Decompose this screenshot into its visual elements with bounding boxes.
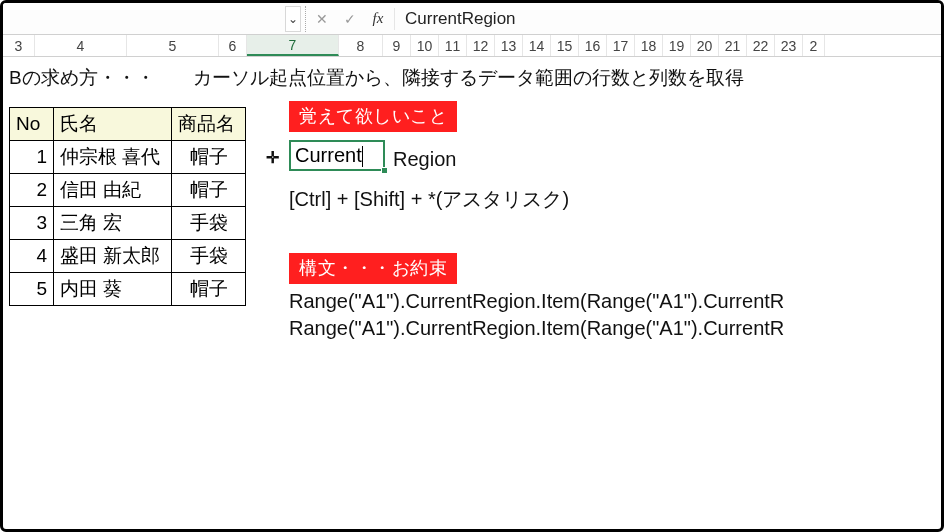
cell-no[interactable]: 1 <box>10 141 54 174</box>
header-no[interactable]: No <box>10 108 54 141</box>
active-cell[interactable]: Current <box>289 140 385 171</box>
cell-cursor-icon: ✛ <box>266 148 279 167</box>
section-label-syntax: 構文・・・お約束 <box>289 253 457 284</box>
column-header[interactable]: 17 <box>607 35 635 56</box>
table-row[interactable]: 1仲宗根 喜代帽子 <box>10 141 246 174</box>
confirm-icon[interactable]: ✓ <box>338 6 362 32</box>
section-label-remember: 覚えて欲しいこと <box>289 101 457 132</box>
column-header[interactable]: 10 <box>411 35 439 56</box>
column-header[interactable]: 21 <box>719 35 747 56</box>
divider <box>305 6 306 32</box>
column-header[interactable]: 9 <box>383 35 411 56</box>
table-header-row: No 氏名 商品名 <box>10 108 246 141</box>
column-header[interactable]: 14 <box>523 35 551 56</box>
divider <box>394 8 395 30</box>
data-table: No 氏名 商品名 1仲宗根 喜代帽子2信田 由紀帽子3三角 宏手袋4盛田 新太… <box>9 107 246 306</box>
cell-name[interactable]: 内田 葵 <box>54 273 172 306</box>
column-header[interactable]: 20 <box>691 35 719 56</box>
formula-input[interactable] <box>399 6 937 32</box>
column-headers[interactable]: 345678910111213141516171819202122232 <box>3 35 941 57</box>
column-header[interactable]: 23 <box>775 35 803 56</box>
fill-handle[interactable] <box>381 167 388 174</box>
column-header[interactable]: 22 <box>747 35 775 56</box>
column-header[interactable]: 4 <box>35 35 127 56</box>
table-row[interactable]: 2信田 由紀帽子 <box>10 174 246 207</box>
column-header[interactable]: 18 <box>635 35 663 56</box>
header-product[interactable]: 商品名 <box>172 108 246 141</box>
active-cell-text-right: Region <box>393 148 456 171</box>
formula-bar: ⌄ ✕ ✓ fx <box>3 3 941 35</box>
text-cursor <box>362 146 363 167</box>
cell-name[interactable]: 仲宗根 喜代 <box>54 141 172 174</box>
cell-product[interactable]: 手袋 <box>172 240 246 273</box>
namebox-dropdown[interactable]: ⌄ <box>285 6 301 32</box>
sheet-area[interactable]: Bの求め方・・・ カーソル起点位置から、隣接するデータ範囲の行数と列数を取得 N… <box>3 57 941 306</box>
cell-no[interactable]: 5 <box>10 273 54 306</box>
cell-name[interactable]: 信田 由紀 <box>54 174 172 207</box>
column-header[interactable]: 5 <box>127 35 219 56</box>
cell-product[interactable]: 手袋 <box>172 207 246 240</box>
cell-no[interactable]: 4 <box>10 240 54 273</box>
column-header[interactable]: 7 <box>247 35 339 56</box>
fx-icon[interactable]: fx <box>366 6 390 32</box>
cell-name[interactable]: 三角 宏 <box>54 207 172 240</box>
column-header[interactable]: 19 <box>663 35 691 56</box>
keyboard-shortcut: [Ctrl] + [Shift] + *(アスタリスク) <box>289 186 784 213</box>
code-line: Range("A1").CurrentRegion.Item(Range("A1… <box>289 317 784 340</box>
column-header[interactable]: 2 <box>803 35 825 56</box>
cell-product[interactable]: 帽子 <box>172 174 246 207</box>
column-header[interactable]: 16 <box>579 35 607 56</box>
code-line: Range("A1").CurrentRegion.Item(Range("A1… <box>289 290 784 313</box>
header-name[interactable]: 氏名 <box>54 108 172 141</box>
column-header[interactable]: 11 <box>439 35 467 56</box>
cell-name[interactable]: 盛田 新太郎 <box>54 240 172 273</box>
cell-product[interactable]: 帽子 <box>172 141 246 174</box>
column-header[interactable]: 8 <box>339 35 383 56</box>
cell-product[interactable]: 帽子 <box>172 273 246 306</box>
table-row[interactable]: 5内田 葵帽子 <box>10 273 246 306</box>
column-header[interactable]: 3 <box>3 35 35 56</box>
active-cell-text-left: Current <box>295 144 362 166</box>
cell-no[interactable]: 3 <box>10 207 54 240</box>
column-header[interactable]: 6 <box>219 35 247 56</box>
table-row[interactable]: 3三角 宏手袋 <box>10 207 246 240</box>
table-row[interactable]: 4盛田 新太郎手袋 <box>10 240 246 273</box>
column-header[interactable]: 15 <box>551 35 579 56</box>
right-pane: 覚えて欲しいこと ✛ Current Region [Ctrl] + [Shif… <box>289 101 784 340</box>
cell-no[interactable]: 2 <box>10 174 54 207</box>
column-header[interactable]: 12 <box>467 35 495 56</box>
column-header[interactable]: 13 <box>495 35 523 56</box>
cancel-icon[interactable]: ✕ <box>310 6 334 32</box>
